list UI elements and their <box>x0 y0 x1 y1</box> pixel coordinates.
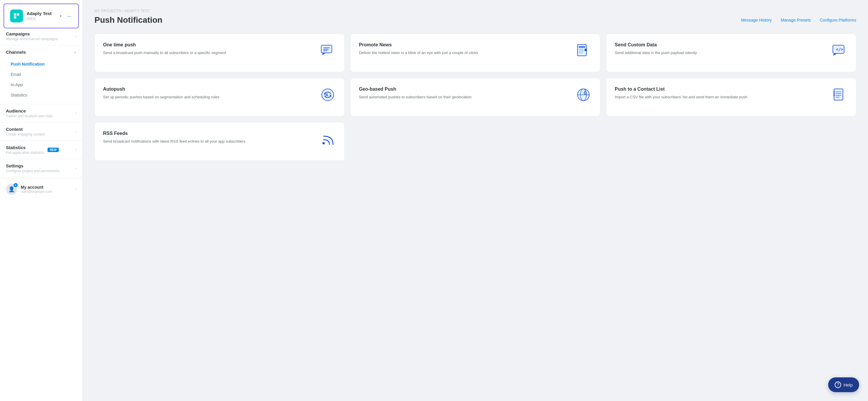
svg-text:</>: </> <box>836 47 843 52</box>
cards-grid: One time push Send a broadcast push manu… <box>94 34 856 161</box>
card-send-custom-data-desc: Send additional data in the push payload… <box>615 50 826 56</box>
card-autopush-desc: Set up periodic pushes based on segmenta… <box>103 94 315 100</box>
rss-icon <box>319 131 336 147</box>
divider-2 <box>0 104 82 104</box>
breadcrumb-current: ADAPTY TEST <box>124 9 150 13</box>
card-push-contact-list-title: Push to a Contact List <box>615 87 826 92</box>
content-chevron: › <box>75 130 76 134</box>
sidebar-item-channels[interactable]: Channels ∨ <box>0 47 82 58</box>
my-account-section[interactable]: 👤 1 My account user@example.com › <box>0 179 82 199</box>
svg-rect-10 <box>579 51 584 51</box>
page-header: Push Notification Message History Manage… <box>94 16 856 25</box>
channels-title: Channels <box>6 50 26 55</box>
divider-5 <box>0 159 82 159</box>
avatar-badge: 1 <box>13 183 18 187</box>
breadcrumb: MY PROJECTS / ADAPTY TEST <box>94 9 856 13</box>
card-promote-news-desc: Deliver the hottest news in a blink of a… <box>359 50 571 56</box>
sidebar-item-campaigns[interactable]: Campaigns Manage omnichannel campaigns › <box>0 28 82 44</box>
account-name: My account <box>21 185 72 190</box>
svg-rect-29 <box>833 91 835 92</box>
settings-subtitle: Configure project and permissions <box>6 169 60 173</box>
sidebar: Adapty Test 88EE ▾ ← Campaigns Manage om… <box>0 0 83 401</box>
app-selector[interactable]: Adapty Test 88EE ▾ ← <box>4 4 79 28</box>
help-button-label: Help <box>843 382 852 388</box>
svg-rect-2 <box>14 16 16 19</box>
help-button[interactable]: ? Help <box>828 377 859 392</box>
account-chevron: › <box>75 187 76 191</box>
svg-rect-11 <box>579 52 583 53</box>
card-geo-based-push-title: Geo-based Push <box>359 87 571 92</box>
svg-rect-0 <box>14 13 16 16</box>
card-geo-based-push[interactable]: Geo-based Push Send automated pushes to … <box>350 78 600 116</box>
content-title: Content <box>6 127 44 132</box>
sidebar-item-email[interactable]: Email <box>2 69 80 80</box>
page-title: Push Notification <box>94 16 162 25</box>
settings-chevron: › <box>75 166 76 171</box>
statistics-title: Statistics <box>6 145 44 150</box>
svg-point-23 <box>585 92 586 94</box>
svg-rect-12 <box>585 49 587 51</box>
main-content: MY PROJECTS / ADAPTY TEST Push Notificat… <box>83 0 868 401</box>
sidebar-item-statistics[interactable]: Statistics Full application statistics N… <box>0 142 82 158</box>
geo-icon <box>575 87 592 103</box>
avatar: 👤 1 <box>6 184 17 195</box>
campaigns-title: Campaigns <box>6 31 58 36</box>
statistics-chevron: › <box>75 148 76 152</box>
card-send-custom-data[interactable]: Send Custom Data Send additional data in… <box>606 34 856 72</box>
card-send-custom-data-title: Send Custom Data <box>615 42 826 48</box>
sidebar-item-content[interactable]: Content Create engaging content › <box>0 124 82 140</box>
news-icon <box>575 42 592 59</box>
svg-rect-1 <box>17 13 19 16</box>
message-history-link[interactable]: Message History <box>741 18 772 23</box>
card-one-time-push-title: One time push <box>103 42 315 48</box>
divider-3 <box>0 122 82 123</box>
account-email: user@example.com <box>21 190 72 194</box>
channels-sub-menu: Push Notification Email In-App Statistic… <box>0 58 82 103</box>
card-promote-news[interactable]: Promote News Deliver the hottest news in… <box>350 34 600 72</box>
contact-list-icon <box>831 87 848 103</box>
manage-presets-link[interactable]: Manage Presets <box>781 18 811 23</box>
svg-rect-31 <box>833 95 835 96</box>
app-dropdown-icon: ▾ <box>60 14 62 18</box>
card-push-contact-list[interactable]: Push to a Contact List Import a CSV file… <box>606 78 856 116</box>
autopush-icon: A <box>319 87 336 103</box>
arrow-icon: ← <box>66 13 72 20</box>
question-mark-icon: ? <box>835 381 841 388</box>
card-push-contact-list-desc: Import a CSV file with your subscribers'… <box>615 94 826 100</box>
campaigns-chevron: › <box>75 34 76 38</box>
settings-title: Settings <box>6 163 60 168</box>
card-rss-feeds-desc: Send broadcast notifications with latest… <box>103 138 315 145</box>
sidebar-item-in-app[interactable]: In-App <box>2 80 80 90</box>
breadcrumb-project: MY PROJECTS <box>94 9 121 13</box>
divider-1 <box>0 45 82 45</box>
svg-rect-9 <box>579 49 583 50</box>
card-one-time-push[interactable]: One time push Send a broadcast push manu… <box>94 34 345 72</box>
card-rss-feeds-title: RSS Feeds <box>103 131 315 136</box>
chat-bubble-icon <box>319 42 336 59</box>
divider-4 <box>0 141 82 141</box>
svg-text:A: A <box>326 92 328 97</box>
app-id: 88EE <box>27 17 56 21</box>
channels-chevron: ∨ <box>74 50 76 54</box>
card-rss-feeds[interactable]: RSS Feeds Send broadcast notifications w… <box>94 122 345 161</box>
divider-6 <box>0 177 82 178</box>
header-links: Message History Manage Presets Configure… <box>741 18 856 23</box>
configure-platforms-link[interactable]: Configure Platforms <box>819 18 856 23</box>
app-logo-icon <box>10 9 23 23</box>
app-name: Adapty Test <box>27 11 56 16</box>
sidebar-item-statistics-sub[interactable]: Statistics <box>2 90 80 100</box>
svg-rect-8 <box>579 47 585 48</box>
audience-chevron: › <box>75 111 76 116</box>
sidebar-item-settings[interactable]: Settings Configure project and permissio… <box>0 160 82 176</box>
card-autopush[interactable]: Autopush Set up periodic pushes based on… <box>94 78 345 116</box>
content-subtitle: Create engaging content <box>6 132 44 136</box>
card-one-time-push-desc: Send a broadcast push manually to all su… <box>103 50 315 56</box>
card-promote-news-title: Promote News <box>359 42 571 48</box>
audience-title: Audience <box>6 109 53 113</box>
code-bubble-icon: </> <box>831 42 848 59</box>
svg-point-32 <box>322 142 325 145</box>
sidebar-item-push-notification[interactable]: Push Notification <box>2 59 80 69</box>
campaigns-subtitle: Manage omnichannel campaigns <box>6 37 58 41</box>
sidebar-item-audience[interactable]: Audience Gather and analyse user data › <box>0 105 82 121</box>
statistics-subtitle: Full application statistics <box>6 151 44 155</box>
